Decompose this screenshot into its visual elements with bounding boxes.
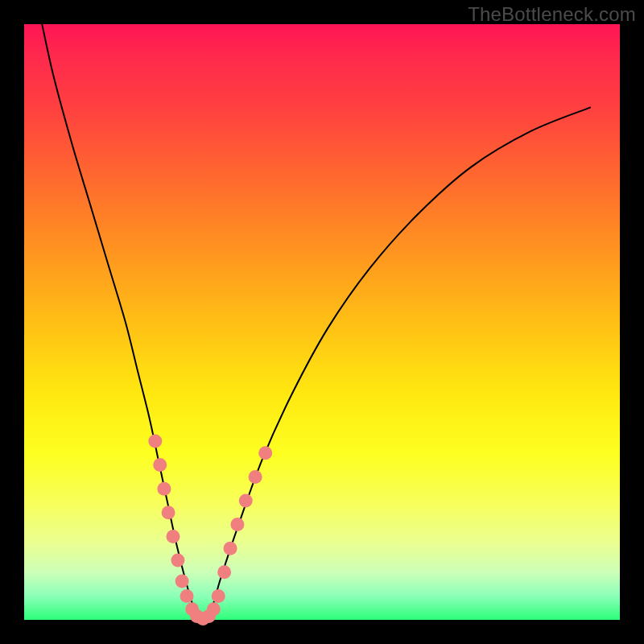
chart-overlay xyxy=(0,0,644,644)
marker-dot xyxy=(148,435,162,448)
marker-dot xyxy=(175,574,189,588)
marker-dot xyxy=(157,482,171,496)
curve-path xyxy=(42,24,590,620)
bottleneck-curve xyxy=(42,24,590,620)
marker-dot xyxy=(224,542,237,555)
watermark-text: TheBottleneck.com xyxy=(468,3,636,26)
marker-dot xyxy=(171,554,184,568)
marker-dot xyxy=(217,565,231,579)
marker-dot xyxy=(162,506,175,519)
marker-dot xyxy=(180,589,194,603)
chart-frame: TheBottleneck.com xyxy=(0,0,644,644)
highlight-dots xyxy=(148,435,272,626)
marker-dot xyxy=(153,458,167,472)
marker-dot xyxy=(207,602,221,616)
marker-dot xyxy=(249,470,262,484)
marker-dot xyxy=(239,494,253,508)
marker-dot xyxy=(258,446,272,460)
marker-dot xyxy=(212,589,225,603)
marker-dot xyxy=(167,530,180,543)
marker-dot xyxy=(230,518,244,531)
